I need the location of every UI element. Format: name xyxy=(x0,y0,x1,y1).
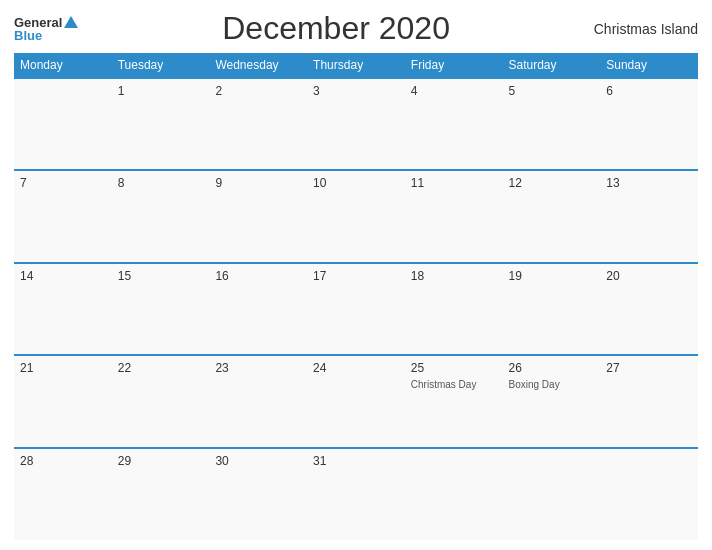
calendar-header: General Blue December 2020 Christmas Isl… xyxy=(14,10,698,47)
calendar-table: Monday Tuesday Wednesday Thursday Friday… xyxy=(14,53,698,540)
cell-date-number: 20 xyxy=(606,269,692,283)
month-title: December 2020 xyxy=(78,10,593,47)
calendar-cell: 26Boxing Day xyxy=(503,355,601,447)
cell-date-number: 12 xyxy=(509,176,595,190)
calendar-week-row: 2122232425Christmas Day26Boxing Day27 xyxy=(14,355,698,447)
cell-event-label: Boxing Day xyxy=(509,378,595,391)
cell-date-number: 22 xyxy=(118,361,204,375)
cell-date-number: 31 xyxy=(313,454,399,468)
header-saturday: Saturday xyxy=(503,53,601,78)
cell-date-number: 15 xyxy=(118,269,204,283)
calendar-cell: 29 xyxy=(112,448,210,540)
cell-date-number: 18 xyxy=(411,269,497,283)
days-header-row: Monday Tuesday Wednesday Thursday Friday… xyxy=(14,53,698,78)
logo: General Blue xyxy=(14,16,78,42)
cell-date-number: 21 xyxy=(20,361,106,375)
region-label: Christmas Island xyxy=(594,21,698,37)
calendar-cell xyxy=(405,448,503,540)
calendar-cell: 27 xyxy=(600,355,698,447)
cell-date-number: 25 xyxy=(411,361,497,375)
calendar-cell: 30 xyxy=(209,448,307,540)
calendar-cell: 31 xyxy=(307,448,405,540)
cell-date-number: 9 xyxy=(215,176,301,190)
cell-date-number: 3 xyxy=(313,84,399,98)
calendar-cell: 1 xyxy=(112,78,210,170)
calendar-cell: 9 xyxy=(209,170,307,262)
cell-date-number: 29 xyxy=(118,454,204,468)
calendar-week-row: 78910111213 xyxy=(14,170,698,262)
calendar-cell: 2 xyxy=(209,78,307,170)
calendar-cell: 13 xyxy=(600,170,698,262)
calendar-page: General Blue December 2020 Christmas Isl… xyxy=(0,0,712,550)
calendar-cell: 23 xyxy=(209,355,307,447)
cell-date-number: 2 xyxy=(215,84,301,98)
cell-date-number: 26 xyxy=(509,361,595,375)
calendar-cell: 19 xyxy=(503,263,601,355)
calendar-cell: 11 xyxy=(405,170,503,262)
cell-date-number: 1 xyxy=(118,84,204,98)
calendar-week-row: 28293031 xyxy=(14,448,698,540)
header-friday: Friday xyxy=(405,53,503,78)
cell-date-number: 24 xyxy=(313,361,399,375)
calendar-cell: 6 xyxy=(600,78,698,170)
calendar-cell: 17 xyxy=(307,263,405,355)
calendar-cell: 14 xyxy=(14,263,112,355)
calendar-cell: 7 xyxy=(14,170,112,262)
cell-date-number: 27 xyxy=(606,361,692,375)
cell-date-number: 13 xyxy=(606,176,692,190)
cell-date-number: 10 xyxy=(313,176,399,190)
calendar-cell xyxy=(600,448,698,540)
calendar-cell: 22 xyxy=(112,355,210,447)
cell-date-number: 23 xyxy=(215,361,301,375)
header-wednesday: Wednesday xyxy=(209,53,307,78)
calendar-cell: 21 xyxy=(14,355,112,447)
calendar-cell: 3 xyxy=(307,78,405,170)
calendar-cell: 25Christmas Day xyxy=(405,355,503,447)
calendar-cell: 10 xyxy=(307,170,405,262)
header-sunday: Sunday xyxy=(600,53,698,78)
cell-date-number: 16 xyxy=(215,269,301,283)
cell-date-number: 8 xyxy=(118,176,204,190)
calendar-cell: 16 xyxy=(209,263,307,355)
calendar-cell: 12 xyxy=(503,170,601,262)
calendar-cell: 4 xyxy=(405,78,503,170)
cell-date-number: 28 xyxy=(20,454,106,468)
calendar-cell: 20 xyxy=(600,263,698,355)
header-thursday: Thursday xyxy=(307,53,405,78)
calendar-week-row: 14151617181920 xyxy=(14,263,698,355)
calendar-cell: 24 xyxy=(307,355,405,447)
calendar-cell: 18 xyxy=(405,263,503,355)
cell-date-number: 17 xyxy=(313,269,399,283)
calendar-week-row: 123456 xyxy=(14,78,698,170)
logo-blue-text: Blue xyxy=(14,29,42,42)
cell-date-number: 30 xyxy=(215,454,301,468)
cell-date-number: 7 xyxy=(20,176,106,190)
calendar-cell: 5 xyxy=(503,78,601,170)
cell-date-number: 5 xyxy=(509,84,595,98)
logo-triangle-icon xyxy=(64,16,78,28)
calendar-cell: 15 xyxy=(112,263,210,355)
cell-event-label: Christmas Day xyxy=(411,378,497,391)
header-monday: Monday xyxy=(14,53,112,78)
calendar-cell xyxy=(503,448,601,540)
calendar-cell xyxy=(14,78,112,170)
cell-date-number: 14 xyxy=(20,269,106,283)
header-tuesday: Tuesday xyxy=(112,53,210,78)
logo-general-text: General xyxy=(14,16,62,29)
cell-date-number: 6 xyxy=(606,84,692,98)
cell-date-number: 19 xyxy=(509,269,595,283)
cell-date-number: 4 xyxy=(411,84,497,98)
calendar-cell: 28 xyxy=(14,448,112,540)
calendar-cell: 8 xyxy=(112,170,210,262)
cell-date-number: 11 xyxy=(411,176,497,190)
